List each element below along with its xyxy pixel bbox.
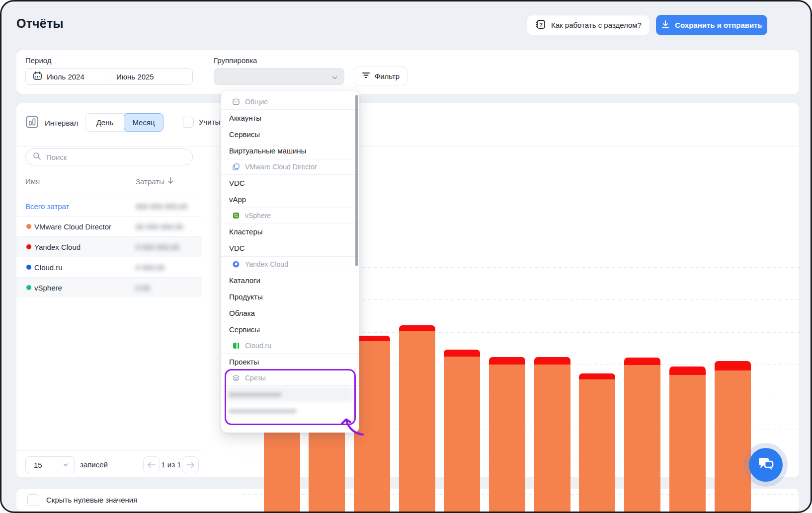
help-button[interactable]: ? Как работать с разделом? xyxy=(527,15,650,35)
dropdown-item[interactable]: xxxxxxxxxxxxxxxxxx xyxy=(221,402,359,419)
dropdown-section-header: Cloud.ru xyxy=(221,338,359,354)
dropdown-item[interactable]: Проекты xyxy=(221,354,359,370)
search-input[interactable] xyxy=(46,153,185,161)
chat-button[interactable] xyxy=(749,448,783,482)
filter-button[interactable]: Фильтр xyxy=(354,67,407,85)
funnel-icon xyxy=(362,72,370,80)
period-to-field[interactable]: Июнь 2025 xyxy=(109,69,192,84)
row-cost-blurred: 0,00 xyxy=(136,284,150,292)
row-name: VMware Cloud Director xyxy=(34,222,111,231)
series-dot xyxy=(26,265,31,270)
chart-bar[interactable] xyxy=(444,350,480,513)
dropdown-scrollbar[interactable] xyxy=(355,95,358,266)
help-button-label: Как работать с разделом? xyxy=(551,21,642,29)
pagination-divider xyxy=(16,450,202,451)
chart-bar[interactable] xyxy=(399,325,435,513)
toolbar-checkbox[interactable] xyxy=(183,117,194,128)
chart-bar[interactable] xyxy=(489,357,525,513)
table-row[interactable]: VMware Cloud Director00 000 000,00 xyxy=(16,216,202,236)
chart-bar[interactable] xyxy=(534,357,570,513)
series-dot xyxy=(26,224,31,229)
segment-day[interactable]: День xyxy=(85,114,124,131)
row-name[interactable]: Всего затрат xyxy=(25,202,69,211)
dropdown-item[interactable]: Виртуальные машины xyxy=(221,143,359,159)
row-name: Cloud.ru xyxy=(34,263,63,272)
chevron-down-icon xyxy=(331,74,338,83)
page-title: Отчёты xyxy=(16,16,64,31)
row-cost-blurred: 0 000 000,00 xyxy=(136,243,179,251)
dropdown-section-header: Общие xyxy=(221,94,359,110)
row-name: Yandex Cloud xyxy=(34,243,81,251)
row-cost-blurred: 00 000 000,00 xyxy=(136,222,183,231)
table-row[interactable]: Yandex Cloud0 000 000,00 xyxy=(16,236,202,257)
cost-table: Всего затрат000 000 000,00VMware Cloud D… xyxy=(16,196,202,297)
search-icon xyxy=(33,152,41,162)
interval-segmented-control: День Месяц xyxy=(85,113,163,132)
row-cost-blurred: 0 000,00 xyxy=(136,263,164,272)
series-dot xyxy=(26,244,31,249)
period-range-picker[interactable]: Июль 2024 Июнь 2025 xyxy=(25,68,193,85)
filter-button-label: Фильтр xyxy=(375,72,400,80)
dropdown-item[interactable]: Облака xyxy=(221,305,359,321)
segment-month[interactable]: Месяц xyxy=(124,113,163,132)
svg-text:?: ? xyxy=(539,22,543,28)
interval-group: Интервал xyxy=(25,115,78,130)
period-from-value: Июль 2024 xyxy=(47,73,84,81)
vmware-icon xyxy=(232,163,240,171)
dropdown-section-header: Yandex Cloud xyxy=(221,256,359,272)
dropdown-item[interactable]: Аккаунты xyxy=(221,110,359,126)
row-cost-blurred: 000 000 000,00 xyxy=(136,202,187,211)
page-size-value: 15 xyxy=(34,461,42,469)
dropdown-section-header: vSphere xyxy=(221,208,359,223)
layers-icon xyxy=(232,374,240,382)
main-card: Интервал День Месяц Учиты Имя Затраты Вс… xyxy=(16,103,799,477)
table-row[interactable]: Всего затрат000 000 000,00 xyxy=(16,196,202,216)
dropdown-item[interactable]: Кластеры xyxy=(221,223,359,240)
dropdown-item[interactable]: Сервисы xyxy=(221,321,359,338)
series-dot xyxy=(26,285,31,290)
chart-bar[interactable] xyxy=(669,366,706,513)
chart-bar[interactable] xyxy=(624,358,660,513)
hide-zero-label: Скрыть нулевые значения xyxy=(46,496,137,504)
dropdown-section-header: Срезы xyxy=(221,370,359,386)
sort-desc-icon xyxy=(167,177,174,186)
dropdown-item[interactable]: VDC xyxy=(221,175,359,191)
calendar-icon xyxy=(33,71,42,82)
panel-divider xyxy=(202,147,202,477)
period-from-field[interactable]: Июль 2024 xyxy=(26,69,109,84)
grouping-select[interactable] xyxy=(214,68,344,85)
table-row[interactable]: Cloud.ru0 000,00 xyxy=(16,257,202,277)
prev-page-button[interactable] xyxy=(143,456,160,473)
download-icon xyxy=(661,20,670,30)
chart-bar[interactable] xyxy=(715,361,751,513)
row-name: vSphere xyxy=(34,284,62,292)
chart-bar[interactable] xyxy=(579,373,615,513)
dropdown-item[interactable]: VDC xyxy=(221,240,359,256)
interval-chart-icon xyxy=(25,115,39,130)
save-and-send-button[interactable]: Сохранить и отправить xyxy=(656,15,767,35)
cloudru-icon xyxy=(232,342,240,350)
chevron-down-icon xyxy=(63,461,69,469)
table-row[interactable]: vSphere0,00 xyxy=(16,277,202,297)
dropdown-item[interactable]: Каталоги xyxy=(221,272,359,289)
help-book-icon: ? xyxy=(535,19,546,31)
page-position: 1 из 1 xyxy=(161,460,181,469)
grouping-label: Группировка xyxy=(214,56,257,65)
reports-page: Отчёты ? Как работать с разделом? Сохран… xyxy=(0,0,812,513)
dropdown-item[interactable]: xxxxxxxxxxxxxx xyxy=(221,386,359,402)
next-page-button[interactable] xyxy=(182,456,199,473)
dropdown-item[interactable]: Продукты xyxy=(221,289,359,305)
period-to-value: Июнь 2025 xyxy=(116,73,154,81)
toolbar-divider xyxy=(16,147,799,147)
column-header-name[interactable]: Имя xyxy=(25,177,40,185)
dropdown-item[interactable]: Сервисы xyxy=(221,126,359,143)
toolbar-checkbox-label: Учиты xyxy=(199,118,220,126)
vsphere-icon xyxy=(232,212,240,220)
yandex-cloud-icon xyxy=(232,260,240,268)
dropdown-section-header: VMware Cloud Director xyxy=(221,159,359,175)
grouping-dropdown-menu: ОбщиеАккаунтыСервисыВиртуальные машиныVM… xyxy=(221,91,359,433)
page-size-select[interactable]: 15 xyxy=(25,456,75,473)
dropdown-item[interactable]: vApp xyxy=(221,191,359,208)
column-header-costs[interactable]: Затраты xyxy=(136,177,174,186)
hide-zero-checkbox[interactable] xyxy=(27,494,39,506)
